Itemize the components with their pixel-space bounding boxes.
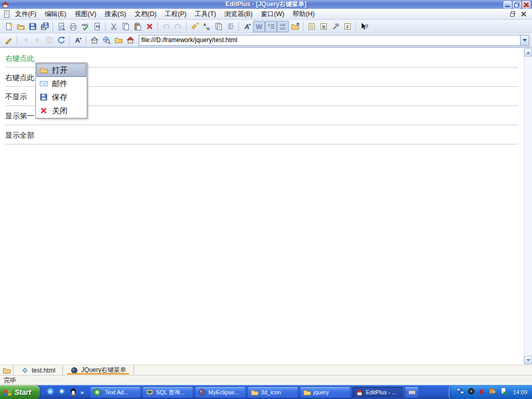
window-close-button[interactable]	[522, 1, 530, 8]
quick-launch-messenger[interactable]	[58, 387, 66, 397]
tray-speaker[interactable]	[467, 387, 475, 397]
redo-button[interactable]	[172, 21, 184, 32]
ruler-button[interactable]: 1AB2CD	[277, 21, 289, 32]
window-restore-button[interactable]	[513, 1, 521, 8]
delete-button[interactable]	[143, 21, 155, 32]
vertical-scrollbar[interactable]	[524, 48, 532, 365]
browser-toolbar: STOPA	[0, 33, 532, 48]
back-button[interactable]	[19, 34, 31, 46]
minimize-icon	[503, 1, 512, 9]
task-button-6[interactable]	[405, 387, 419, 398]
open-folder-button[interactable]	[15, 21, 26, 32]
context-menu-item[interactable]: 保存	[36, 90, 86, 104]
task-button-4[interactable]: jquery	[300, 387, 351, 398]
task-button-5[interactable]: EditPlus - ...	[352, 387, 403, 398]
replace-button[interactable]: AB	[201, 21, 212, 32]
font-button[interactable]: A	[241, 21, 253, 32]
task-button-2[interactable]: MyEclipse...	[195, 387, 246, 398]
scroll-up-button[interactable]	[524, 48, 532, 57]
edit-pencil-button[interactable]	[3, 34, 15, 46]
context-menu-item[interactable]: 关闭	[36, 104, 86, 117]
window-minimize-button[interactable]	[503, 1, 512, 8]
active-tab-underline	[67, 373, 129, 375]
stop-button[interactable]: STOP	[43, 34, 55, 46]
svg-text:1AB: 1AB	[280, 23, 285, 26]
quick-launch-ie[interactable]: e	[46, 387, 55, 397]
font-icon: A	[243, 22, 251, 31]
editplus-icon	[355, 388, 364, 396]
menu-item-1[interactable]: 编辑(E)	[41, 9, 71, 20]
tools-hammer-button[interactable]	[329, 21, 341, 32]
chevron-up-icon	[526, 51, 530, 54]
html-doc-icon: H	[93, 22, 101, 31]
menu-item-4[interactable]: 文档(D)	[130, 9, 161, 20]
quick-launch: e»	[46, 387, 84, 397]
refresh-button[interactable]	[55, 34, 67, 46]
function-list-button[interactable]: F	[341, 21, 353, 32]
context-menu-item[interactable]: 打开	[36, 63, 86, 77]
paste-button[interactable]	[131, 21, 143, 32]
menu-item-2[interactable]: 视图(V)	[71, 9, 101, 20]
tray-search-tray[interactable]	[489, 387, 497, 397]
menu-item-8[interactable]: 窗口(W)	[257, 9, 288, 20]
address-dropdown-button[interactable]	[520, 35, 529, 45]
favorites-button[interactable]	[112, 34, 124, 46]
context-help-button[interactable]: ?	[358, 21, 370, 32]
menu-item-5[interactable]: 工程(P)	[161, 9, 191, 20]
spell-check-button[interactable]: ABC	[79, 21, 91, 32]
child-close-button[interactable]	[519, 10, 528, 18]
start-button[interactable]: Start	[0, 385, 40, 399]
document-tab-1[interactable]: JQuery右键菜单	[63, 365, 134, 375]
browser-app-button[interactable]	[124, 34, 136, 46]
cut-icon	[110, 22, 118, 31]
title-bar: EditPlus - [JQuery右键菜单]	[0, 0, 532, 9]
menu-item-3[interactable]: 搜索(S)	[100, 9, 130, 20]
quick-launch-overflow[interactable]: »	[81, 389, 84, 395]
home-button[interactable]	[88, 34, 100, 46]
undo-button[interactable]	[160, 21, 172, 32]
context-menu-item[interactable]: 邮件	[36, 77, 86, 90]
cut-button[interactable]	[108, 21, 119, 32]
indent-button[interactable]	[224, 21, 236, 32]
save-button[interactable]	[26, 21, 38, 32]
main-toolbar: ABCHABAW+1AB2CDBF?	[0, 20, 532, 33]
menu-item-6[interactable]: 工具(T)	[191, 9, 220, 20]
find-button[interactable]	[189, 21, 201, 32]
menu-item-0[interactable]: 文件(F)	[11, 9, 41, 20]
html-doc-button[interactable]: H	[91, 21, 103, 32]
browser-app-icon	[126, 36, 135, 44]
scroll-down-button[interactable]	[524, 356, 532, 364]
text-size-button[interactable]: A	[72, 34, 84, 46]
open-folder-icon	[17, 22, 25, 31]
copy-block-button[interactable]	[212, 21, 224, 32]
task-button-1[interactable]: SQL 查询...	[142, 387, 193, 398]
new-file-button[interactable]	[3, 21, 15, 32]
document-tab-0[interactable]: test.html	[14, 365, 63, 375]
copy-button[interactable]	[119, 21, 131, 32]
tray-media[interactable]	[500, 387, 508, 397]
menu-item-9[interactable]: 帮助(H)	[288, 9, 318, 20]
print-preview-button[interactable]	[55, 21, 67, 32]
menu-item-7[interactable]: 浏览器(B)	[220, 9, 257, 20]
child-restore-button[interactable]	[508, 10, 517, 18]
line-numbers-button[interactable]: +	[265, 21, 277, 32]
save-all-button[interactable]	[38, 21, 50, 32]
address-input[interactable]	[139, 36, 520, 44]
content-text-4[interactable]: 显示全部	[5, 130, 532, 141]
search-globe-button[interactable]	[100, 34, 112, 46]
word-wrap-button[interactable]: W	[253, 21, 265, 32]
content-divider	[5, 144, 518, 144]
child-minimize-button[interactable]	[497, 10, 506, 18]
tray-kaspersky[interactable]: K	[478, 387, 486, 397]
tray-network[interactable]	[456, 387, 464, 397]
forward-button[interactable]	[31, 34, 43, 46]
tag-list-button[interactable]: B	[317, 21, 329, 32]
open-html-button[interactable]	[289, 21, 301, 32]
task-button-0[interactable]: .Text Ad...	[90, 387, 141, 398]
task-button-3[interactable]: 3d_icon	[247, 387, 298, 398]
print-button[interactable]	[67, 21, 79, 32]
document-list-button[interactable]	[0, 365, 14, 375]
quick-launch-qq[interactable]	[69, 387, 77, 397]
doc-list-button[interactable]	[305, 21, 317, 32]
delete-icon	[145, 22, 154, 31]
